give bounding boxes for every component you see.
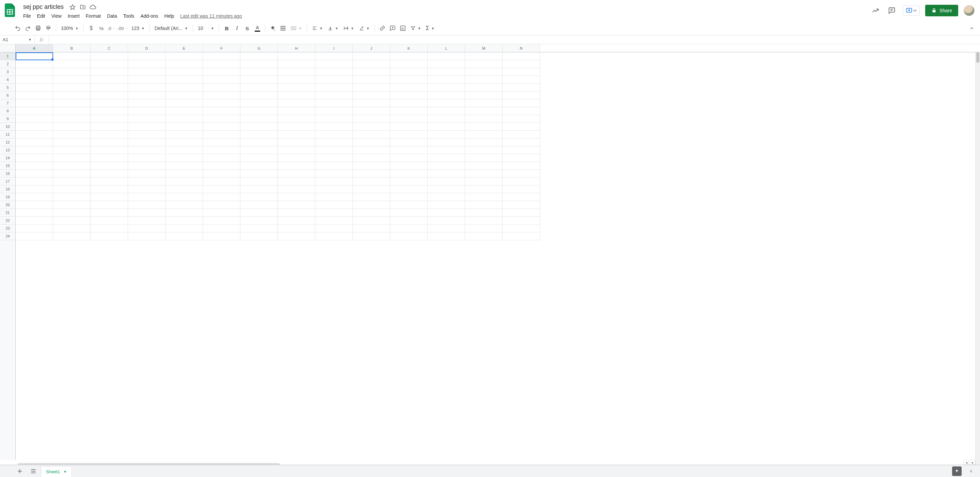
cell[interactable] [353, 193, 390, 201]
row-header[interactable]: 13 [0, 146, 15, 154]
currency-button[interactable]: $ [86, 24, 96, 33]
cell[interactable] [53, 107, 91, 115]
menu-edit[interactable]: Edit [34, 12, 48, 20]
cell[interactable] [278, 99, 315, 107]
cell[interactable] [203, 99, 240, 107]
cell[interactable] [465, 209, 503, 217]
cell[interactable] [503, 92, 540, 99]
cell[interactable] [428, 92, 465, 99]
cell[interactable] [353, 99, 390, 107]
cell[interactable] [53, 201, 91, 209]
cell[interactable] [315, 154, 353, 162]
cell[interactable] [91, 92, 128, 99]
cell[interactable] [203, 138, 240, 146]
chevron-down-icon[interactable]: ▼ [63, 470, 67, 474]
cell[interactable] [390, 123, 428, 131]
column-headers[interactable]: ABCDEFGHIJKLMN [16, 44, 980, 52]
row-header[interactable]: 5 [0, 84, 15, 92]
row-header[interactable]: 14 [0, 154, 15, 162]
cell[interactable] [91, 52, 128, 60]
cell[interactable] [165, 99, 203, 107]
side-panel-toggle[interactable] [966, 466, 976, 476]
cell[interactable] [465, 76, 503, 84]
row-header[interactable]: 3 [0, 68, 15, 76]
row-header[interactable]: 17 [0, 177, 15, 185]
cell[interactable] [503, 123, 540, 131]
cell[interactable] [16, 217, 53, 225]
cell[interactable] [315, 193, 353, 201]
cell[interactable] [203, 115, 240, 123]
cell[interactable] [465, 201, 503, 209]
cell[interactable] [16, 68, 53, 76]
cell[interactable] [390, 201, 428, 209]
cell[interactable] [278, 107, 315, 115]
cell[interactable] [91, 138, 128, 146]
cell[interactable] [203, 52, 240, 60]
row-header[interactable]: 20 [0, 201, 15, 209]
cell[interactable] [465, 232, 503, 240]
cell[interactable] [128, 232, 165, 240]
cell[interactable] [465, 123, 503, 131]
cell[interactable] [91, 225, 128, 232]
cell[interactable] [203, 123, 240, 131]
cell[interactable] [128, 185, 165, 193]
cell[interactable] [390, 209, 428, 217]
cell[interactable] [390, 138, 428, 146]
column-header[interactable]: F [203, 44, 240, 52]
column-header[interactable]: D [128, 44, 165, 52]
cell[interactable] [315, 60, 353, 68]
cell[interactable] [428, 162, 465, 170]
cell[interactable] [465, 68, 503, 76]
cell[interactable] [278, 68, 315, 76]
cell[interactable] [91, 84, 128, 92]
cell[interactable] [91, 185, 128, 193]
column-header[interactable]: A [16, 44, 53, 52]
cell[interactable] [278, 52, 315, 60]
cells-grid[interactable] [16, 52, 980, 460]
cell[interactable] [503, 138, 540, 146]
cell[interactable] [240, 193, 278, 201]
cell[interactable] [240, 225, 278, 232]
cell[interactable] [465, 107, 503, 115]
cell[interactable] [503, 131, 540, 138]
cell[interactable] [16, 154, 53, 162]
row-headers[interactable]: 123456789101112131415161718192021222324 [0, 52, 16, 460]
cell[interactable] [315, 115, 353, 123]
cell[interactable] [91, 146, 128, 154]
cell[interactable] [465, 99, 503, 107]
menu-addons[interactable]: Add-ons [138, 12, 161, 20]
cell[interactable] [203, 209, 240, 217]
cell[interactable] [203, 131, 240, 138]
cell[interactable] [278, 123, 315, 131]
cell[interactable] [16, 170, 53, 177]
cell[interactable] [278, 60, 315, 68]
activity-icon[interactable] [870, 5, 881, 16]
column-header[interactable]: C [91, 44, 128, 52]
cell[interactable] [240, 146, 278, 154]
cell[interactable] [91, 217, 128, 225]
cell[interactable] [91, 115, 128, 123]
strikethrough-button[interactable]: S [242, 24, 252, 33]
fill-color-button[interactable] [268, 24, 277, 33]
cell[interactable] [428, 201, 465, 209]
cell[interactable] [128, 138, 165, 146]
cell[interactable] [128, 217, 165, 225]
cell[interactable] [53, 52, 91, 60]
cell[interactable] [353, 225, 390, 232]
cell[interactable] [128, 170, 165, 177]
scroll-right-button[interactable]: ▸ [970, 460, 975, 465]
cell[interactable] [203, 60, 240, 68]
row-header[interactable]: 7 [0, 99, 15, 107]
cell[interactable] [315, 232, 353, 240]
cell[interactable] [315, 170, 353, 177]
cell[interactable] [353, 162, 390, 170]
cell[interactable] [16, 138, 53, 146]
cell[interactable] [278, 193, 315, 201]
undo-button[interactable] [13, 24, 22, 33]
cell[interactable] [390, 52, 428, 60]
cell[interactable] [503, 232, 540, 240]
cell[interactable] [240, 162, 278, 170]
cell[interactable] [91, 154, 128, 162]
cell[interactable] [353, 170, 390, 177]
cell[interactable] [390, 217, 428, 225]
